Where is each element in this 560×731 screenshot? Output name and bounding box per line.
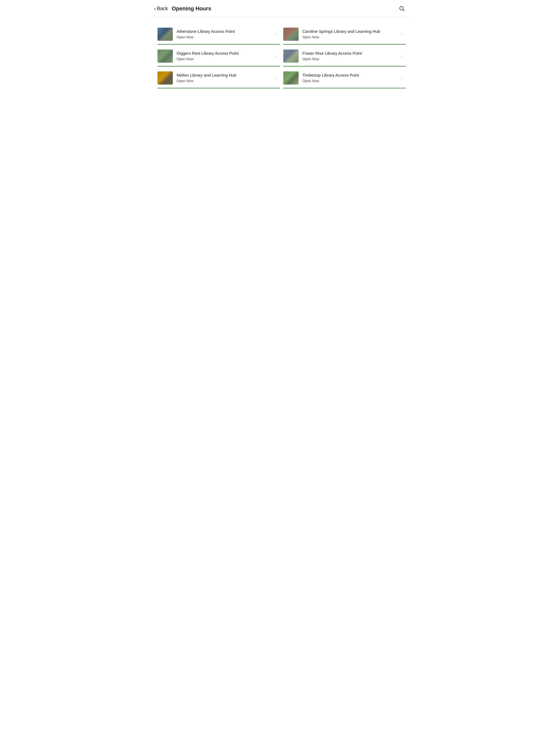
app-header: ‹ Back Opening Hours: [149, 0, 411, 17]
library-status-timbertop: Open Now: [302, 79, 399, 83]
back-button[interactable]: ‹ Back: [154, 5, 168, 13]
library-name-diggers: Diggers Rest Library Access Point: [177, 51, 273, 56]
library-item-melton[interactable]: Melton Library and Learning Hub Open Now…: [154, 66, 280, 88]
library-item-caroline[interactable]: Caroline Springs Library and Learning Hu…: [280, 23, 406, 45]
library-name-atherstone: Atherstone Library Access Point: [177, 29, 273, 34]
search-button[interactable]: [398, 4, 406, 13]
library-thumbnail-timbertop: [283, 71, 299, 84]
library-thumbnail-atherstone: [157, 28, 173, 41]
library-status-melton: Open Now: [177, 79, 273, 83]
library-name-caroline: Caroline Springs Library and Learning Hu…: [302, 29, 399, 34]
back-chevron-icon: ‹: [154, 6, 156, 11]
library-thumbnail-melton: [157, 71, 173, 84]
library-info-fraserrise: Fraser Rise Library Access Point Open No…: [302, 51, 399, 61]
main-content: Atherstone Library Access Point Open Now…: [149, 17, 411, 99]
library-status-caroline: Open Now: [302, 35, 399, 40]
library-info-atherstone: Atherstone Library Access Point Open Now: [177, 29, 273, 39]
chevron-right-icon-timbertop: ›: [401, 76, 403, 80]
library-item-fraserrise[interactable]: Fraser Rise Library Access Point Open No…: [280, 45, 406, 66]
library-name-fraserrise: Fraser Rise Library Access Point: [302, 51, 399, 56]
chevron-right-icon-diggers: ›: [275, 54, 277, 58]
library-item-timbertop[interactable]: Timbertop Library Access Point Open Now …: [280, 66, 406, 88]
chevron-right-icon-atherstone: ›: [275, 32, 277, 36]
library-info-melton: Melton Library and Learning Hub Open Now: [177, 72, 273, 83]
library-status-diggers: Open Now: [177, 57, 273, 62]
library-status-fraserrise: Open Now: [302, 57, 399, 62]
library-info-caroline: Caroline Springs Library and Learning Hu…: [302, 29, 399, 39]
chevron-right-icon-melton: ›: [275, 76, 277, 80]
library-name-timbertop: Timbertop Library Access Point: [302, 72, 399, 78]
library-item-atherstone[interactable]: Atherstone Library Access Point Open Now…: [154, 23, 280, 45]
library-name-melton: Melton Library and Learning Hub: [177, 72, 273, 78]
chevron-right-icon-caroline: ›: [401, 32, 403, 36]
library-grid: Atherstone Library Access Point Open Now…: [154, 23, 406, 88]
library-status-atherstone: Open Now: [177, 35, 273, 40]
library-thumbnail-fraserrise: [283, 49, 299, 63]
back-label: Back: [157, 6, 168, 11]
header-left: ‹ Back Opening Hours: [154, 5, 211, 13]
search-icon: [399, 5, 405, 11]
page-title: Opening Hours: [172, 5, 211, 12]
chevron-right-icon-fraserrise: ›: [401, 54, 403, 58]
library-thumbnail-caroline: [283, 28, 299, 41]
library-info-diggers: Diggers Rest Library Access Point Open N…: [177, 51, 273, 61]
svg-line-1: [403, 10, 404, 11]
library-item-diggers[interactable]: Diggers Rest Library Access Point Open N…: [154, 45, 280, 66]
library-info-timbertop: Timbertop Library Access Point Open Now: [302, 72, 399, 83]
library-thumbnail-diggers: [157, 49, 173, 63]
